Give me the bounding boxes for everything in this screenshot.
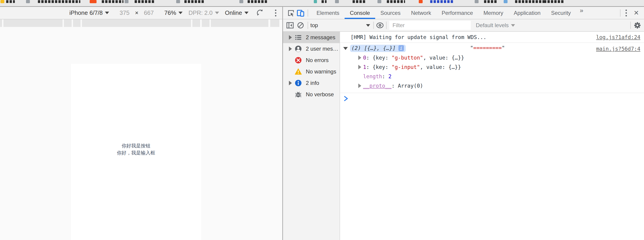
array-item-row[interactable]: 1: {key: "g-input", value: {…}}	[340, 62, 644, 72]
bookmark-favicon[interactable]	[240, 0, 243, 3]
bookmark-item[interactable]	[515, 0, 545, 3]
tab-performance[interactable]: Performance	[436, 7, 478, 19]
logged-string-arg: "========="	[470, 45, 505, 51]
sidebar-item-label: 2 info	[306, 80, 319, 86]
devtools-tabs: Elements Console Sources Network Perform…	[311, 7, 587, 19]
bookmarks-bar	[0, 0, 644, 6]
array-preview-highlight[interactable]: (2) [{…}, {…}] i	[350, 45, 406, 52]
inspect-element-icon[interactable]	[287, 9, 295, 17]
expand-arrow-icon[interactable]	[358, 56, 361, 60]
tab-console[interactable]: Console	[344, 7, 375, 19]
prompt-chevron-icon	[344, 95, 349, 103]
expand-arrow-icon[interactable]	[289, 46, 292, 51]
array-item-row[interactable]: 0: {key: "g-button", value: {…}}	[340, 53, 644, 62]
bookmark-item[interactable]	[135, 0, 155, 3]
console-prompt[interactable]	[340, 93, 644, 105]
device-emulation-pane: iPhone 6/7/8 375 × 667 76% DPR: 2.0	[0, 7, 282, 240]
sidebar-item-label: 2 user mes…	[306, 46, 338, 52]
console-filter-input[interactable]	[389, 21, 471, 30]
viewport-height-field[interactable]: 667	[144, 9, 154, 16]
tab-elements[interactable]: Elements	[311, 7, 344, 19]
array-proto-row[interactable]: __proto__: Array(0)	[340, 81, 644, 90]
tab-memory[interactable]: Memory	[478, 7, 509, 19]
bookmark-favicon[interactable]	[378, 0, 381, 3]
bookmark-item[interactable]	[387, 0, 405, 3]
toggle-device-toolbar-icon[interactable]	[297, 9, 304, 17]
console-message-hmr: [HMR] Waiting for update signal from WDS…	[340, 32, 644, 43]
browser-window: iPhone 6/7/8 375 × 667 76% DPR: 2.0	[0, 0, 644, 240]
dpr-select-label: DPR: 2.0	[188, 9, 213, 16]
sidebar-filter-info[interactable]: 2 info	[283, 77, 340, 89]
sidebar-filter-all-messages[interactable]: 2 messages	[283, 32, 340, 43]
live-expression-eye-icon[interactable]	[376, 22, 384, 29]
dpr-select[interactable]: DPR: 2.0	[188, 9, 219, 16]
bookmark-item[interactable]	[102, 0, 124, 3]
bookmark-item[interactable]	[6, 0, 15, 3]
close-devtools-icon[interactable]: ✕	[632, 9, 641, 17]
source-link[interactable]: main.js?56d7:4	[596, 46, 640, 52]
bookmark-item[interactable]	[484, 0, 498, 3]
toolbar-divider	[620, 9, 620, 17]
bookmark-favicon[interactable]	[176, 0, 180, 3]
console-messages: [HMR] Waiting for update signal from WDS…	[340, 32, 644, 240]
bookmark-favicon[interactable]	[504, 0, 508, 3]
device-select[interactable]: iPhone 6/7/8	[69, 9, 109, 16]
tab-sources[interactable]: Sources	[375, 7, 406, 19]
bookmark-item[interactable]	[184, 0, 204, 3]
toolbar-divider	[630, 22, 631, 29]
log-levels-select[interactable]: Default levels	[476, 22, 515, 28]
page-input-text[interactable]: 你好，我是输入框	[71, 149, 201, 156]
bookmark-item[interactable]	[430, 0, 454, 3]
bookmark-favicon[interactable]	[475, 0, 478, 3]
tab-application[interactable]: Application	[508, 7, 546, 19]
toolbar-divider	[308, 9, 308, 17]
execution-context-select[interactable]: top	[310, 22, 370, 28]
expand-arrow-icon[interactable]	[289, 81, 292, 85]
sidebar-filter-errors[interactable]: No errors	[283, 54, 340, 66]
sidebar-filter-user-messages[interactable]: 2 user mes…	[283, 43, 340, 54]
chevron-down-icon	[178, 12, 182, 14]
sidebar-item-label: No errors	[306, 57, 328, 64]
sidebar-item-label: 2 messages	[306, 34, 335, 40]
page-button-text[interactable]: 你好我是按钮	[71, 142, 201, 149]
bookmark-favicon[interactable]	[335, 0, 339, 3]
console-body: 2 messages 2 user mes…	[283, 32, 644, 240]
bookmark-item[interactable]	[248, 0, 267, 3]
rotate-viewport-icon[interactable]	[256, 8, 264, 18]
bookmark-favicon[interactable]	[26, 0, 30, 3]
more-tabs-icon[interactable]: »	[576, 7, 587, 19]
bookmark-favicon[interactable]	[419, 0, 423, 3]
bookmark-item[interactable]	[38, 0, 80, 3]
console-message-array: (2) [{…}, {…}] i "=========" main.js?56d…	[340, 43, 644, 93]
sidebar-filter-verbose[interactable]: No verbose	[283, 89, 340, 100]
collapse-arrow-icon[interactable]	[343, 47, 348, 50]
tab-security[interactable]: Security	[546, 7, 576, 19]
device-toolbar-more-options-icon[interactable]	[274, 9, 277, 17]
network-throttle-select[interactable]: Online	[225, 9, 248, 16]
console-settings-gear-icon[interactable]	[634, 22, 641, 29]
evaluated-info-badge: i	[398, 45, 404, 51]
bookmark-item[interactable]	[544, 0, 564, 3]
clear-console-icon[interactable]	[297, 22, 304, 29]
tab-network[interactable]: Network	[406, 7, 436, 19]
devtools-tabbar: Elements Console Sources Network Perform…	[283, 7, 644, 20]
bookmark-item[interactable]	[322, 0, 326, 3]
bookmark-favicon[interactable]	[314, 0, 317, 3]
expand-arrow-icon[interactable]	[358, 65, 361, 69]
bookmark-item[interactable]	[352, 0, 366, 3]
bookmark-favicon[interactable]	[90, 0, 96, 3]
chevron-down-icon	[244, 12, 248, 14]
bookmark-folder-icon[interactable]	[0, 0, 4, 3]
bookmark-favicon[interactable]	[124, 0, 128, 3]
zoom-select[interactable]: 76%	[164, 9, 182, 16]
toggle-console-sidebar-icon[interactable]	[286, 22, 294, 29]
viewport-width-field[interactable]: 375	[120, 9, 130, 16]
source-link[interactable]: log.js?1afd:24	[596, 34, 640, 40]
expand-arrow-icon[interactable]	[289, 35, 292, 40]
sidebar-filter-warnings[interactable]: No warnings	[283, 66, 340, 77]
sidebar-item-label: No verbose	[306, 91, 334, 98]
expand-arrow-icon[interactable]	[358, 84, 361, 88]
toolbar-divider	[373, 22, 374, 29]
execution-context-label: top	[310, 22, 366, 28]
devtools-more-options-icon[interactable]	[624, 9, 628, 17]
